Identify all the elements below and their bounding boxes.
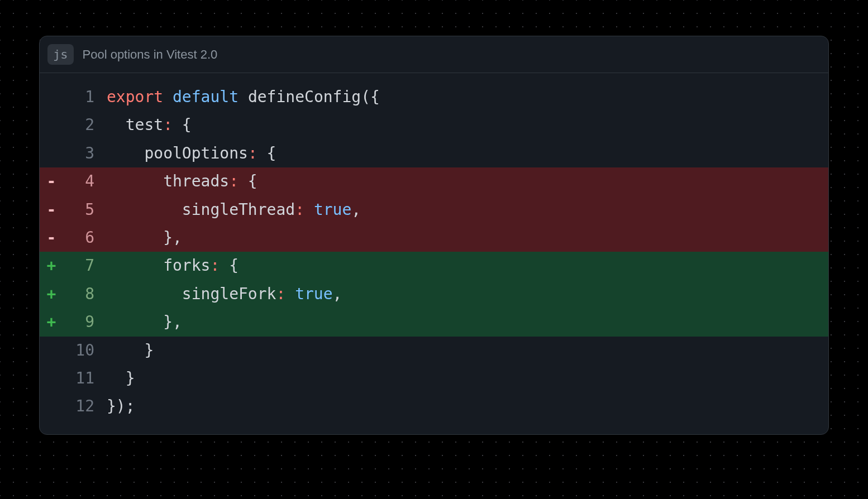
token: }, — [107, 228, 182, 247]
code-block-body: 1export default defineConfig({ 2 test: {… — [40, 73, 828, 434]
line-content: singleThread: true, — [94, 196, 828, 224]
token: true — [314, 200, 351, 219]
line-content: singleFork: true, — [94, 280, 828, 308]
code-line: 3 poolOptions: { — [40, 140, 828, 167]
token: defineConfig — [248, 88, 361, 106]
diff-marker: + — [40, 308, 63, 336]
token: } — [107, 341, 154, 359]
line-content: threads: { — [94, 167, 828, 195]
token: true — [295, 285, 332, 303]
token: , — [333, 285, 342, 303]
line-content: }, — [94, 224, 828, 252]
token: { — [257, 144, 276, 162]
line-number: 12 — [63, 392, 94, 420]
code-line: +9 }, — [40, 308, 828, 336]
line-content: } — [94, 364, 828, 392]
line-content: export default defineConfig({ — [94, 83, 828, 111]
line-content: poolOptions: { — [94, 140, 828, 167]
code-line: 11 } — [40, 364, 828, 392]
diff-marker: + — [40, 280, 63, 308]
token: { — [220, 256, 239, 275]
code-block-title: Pool options in Vitest 2.0 — [83, 47, 218, 62]
token — [304, 200, 314, 219]
code-line: +8 singleFork: true, — [40, 280, 828, 308]
code-line: 1export default defineConfig({ — [40, 83, 828, 111]
line-number: 8 — [63, 280, 94, 308]
token: default — [173, 88, 239, 106]
line-number: 1 — [63, 83, 94, 111]
line-number: 7 — [63, 252, 94, 280]
token: } — [107, 369, 135, 387]
token: ({ — [361, 88, 380, 106]
diff-marker — [40, 83, 63, 111]
token: , — [351, 200, 361, 219]
line-number: 3 — [63, 140, 94, 167]
token — [239, 88, 248, 106]
token: { — [239, 172, 257, 190]
line-content: } — [94, 337, 828, 364]
line-number: 11 — [63, 364, 94, 392]
line-content: }); — [94, 392, 828, 420]
diff-marker — [40, 364, 63, 392]
diff-marker: - — [40, 224, 63, 252]
token — [163, 88, 173, 106]
code-block-header: js Pool options in Vitest 2.0 — [40, 36, 828, 73]
diff-marker: - — [40, 196, 63, 224]
token — [285, 285, 295, 303]
line-number: 2 — [63, 111, 94, 139]
diff-marker — [40, 337, 63, 364]
code-line: +7 forks: { — [40, 252, 828, 280]
token: : — [276, 285, 285, 303]
line-content: forks: { — [94, 252, 828, 280]
code-line: -6 }, — [40, 224, 828, 252]
token: poolOptions — [107, 144, 248, 162]
code-line: 12}); — [40, 392, 828, 420]
token: : — [248, 144, 257, 162]
diff-marker: - — [40, 167, 63, 195]
language-badge: js — [47, 44, 74, 65]
line-number: 6 — [63, 224, 94, 252]
token: : — [229, 172, 239, 190]
diff-marker — [40, 392, 63, 420]
diff-marker: + — [40, 252, 63, 280]
token: test — [107, 116, 163, 134]
line-content: }, — [94, 308, 828, 336]
token: : — [210, 256, 220, 275]
token: }); — [107, 397, 135, 415]
token: singleThread — [107, 200, 295, 219]
line-number: 9 — [63, 308, 94, 336]
code-line: 2 test: { — [40, 111, 828, 139]
token: }, — [107, 313, 182, 331]
code-line: -5 singleThread: true, — [40, 196, 828, 224]
token: : — [163, 116, 173, 134]
token: export — [107, 88, 163, 106]
token: { — [173, 116, 192, 134]
token: threads — [107, 172, 229, 190]
token: singleFork — [107, 285, 276, 303]
code-block-card: js Pool options in Vitest 2.0 1export de… — [39, 36, 829, 435]
line-content: test: { — [94, 111, 828, 139]
line-number: 10 — [63, 337, 94, 364]
line-number: 5 — [63, 196, 94, 224]
line-number: 4 — [63, 167, 94, 195]
code-line: 10 } — [40, 337, 828, 364]
diff-marker — [40, 140, 63, 167]
code-line: -4 threads: { — [40, 167, 828, 195]
diff-marker — [40, 111, 63, 139]
token: forks — [107, 256, 210, 275]
token: : — [295, 200, 304, 219]
